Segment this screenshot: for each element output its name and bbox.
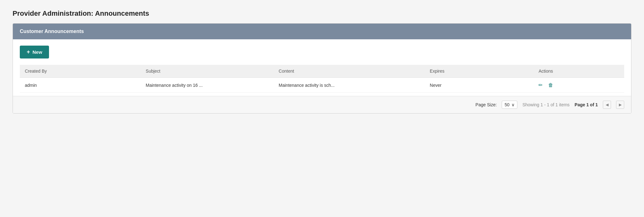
chevron-down-icon: ∨ bbox=[511, 102, 515, 107]
cell-content: Maintenance activity is sch... bbox=[274, 78, 425, 93]
cell-expires: Never bbox=[425, 78, 533, 93]
prev-page-button[interactable]: ◀ bbox=[603, 101, 611, 109]
edit-icon: ✏ bbox=[538, 82, 543, 88]
col-header-content: Content bbox=[274, 65, 425, 78]
new-button-label: New bbox=[33, 49, 42, 55]
cell-actions: ✏ 🗑 bbox=[533, 78, 624, 93]
col-header-expires: Expires bbox=[425, 65, 533, 78]
page-title: Provider Administration: Announcements bbox=[13, 9, 631, 18]
table-row: admin Maintenance activity on 16 ... Mai… bbox=[20, 78, 624, 93]
col-header-subject: Subject bbox=[141, 65, 274, 78]
next-page-button[interactable]: ▶ bbox=[616, 101, 624, 109]
cell-created-by: admin bbox=[20, 78, 141, 93]
page-info: Page 1 of 1 bbox=[575, 102, 598, 107]
page-size-value: 50 bbox=[505, 102, 510, 107]
showing-text: Showing 1 - 1 of 1 items bbox=[522, 102, 570, 107]
panel-body: + New Created By Subject Content Expires… bbox=[13, 39, 631, 93]
page-size-label: Page Size: bbox=[476, 102, 497, 107]
cell-subject: Maintenance activity on 16 ... bbox=[141, 78, 274, 93]
col-header-created-by: Created By bbox=[20, 65, 141, 78]
plus-icon: + bbox=[27, 49, 30, 55]
announcements-panel: Customer Announcements + New Created By … bbox=[13, 23, 631, 114]
panel-footer: Page Size: 50 ∨ Showing 1 - 1 of 1 items… bbox=[13, 96, 631, 113]
edit-button[interactable]: ✏ bbox=[538, 82, 543, 88]
col-header-actions: Actions bbox=[533, 65, 624, 78]
panel-header: Customer Announcements bbox=[13, 24, 631, 39]
trash-icon: 🗑 bbox=[548, 82, 553, 88]
new-button[interactable]: + New bbox=[20, 46, 49, 58]
table-header-row: Created By Subject Content Expires Actio… bbox=[20, 65, 624, 78]
announcements-table: Created By Subject Content Expires Actio… bbox=[20, 65, 624, 93]
delete-button[interactable]: 🗑 bbox=[548, 82, 553, 88]
page-size-select[interactable]: 50 ∨ bbox=[502, 101, 517, 109]
